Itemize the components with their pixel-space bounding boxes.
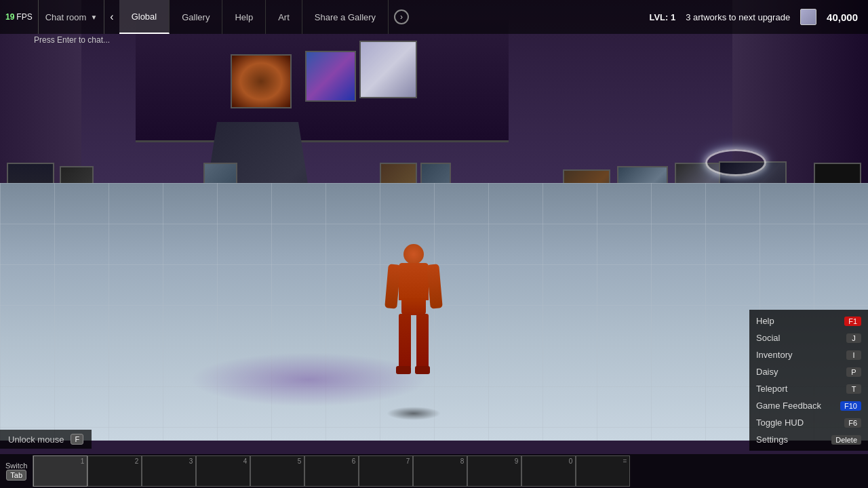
character-left-leg bbox=[399, 314, 411, 368]
character-torso bbox=[399, 263, 429, 300]
shortcut-key: F1 bbox=[844, 317, 861, 326]
shortcut-label: Settings bbox=[756, 434, 788, 445]
shortcut-key: Delete bbox=[831, 435, 861, 445]
shortcut-item-help[interactable]: HelpF1 bbox=[749, 312, 868, 329]
tab-global[interactable]: Global bbox=[119, 0, 170, 34]
shortcut-item-social[interactable]: SocialJ bbox=[749, 329, 868, 346]
shortcut-key: I bbox=[846, 350, 861, 360]
artwork bbox=[305, 51, 356, 102]
character-pelvis bbox=[401, 298, 426, 315]
shortcut-item-inventory[interactable]: InventoryI bbox=[749, 346, 868, 363]
shortcut-item-teleport[interactable]: TeleportT bbox=[749, 380, 868, 397]
character-shadow bbox=[387, 407, 441, 420]
shortcut-key: F6 bbox=[844, 418, 861, 428]
shortcut-item-toggle-hud[interactable]: Toggle HUDF6 bbox=[749, 414, 868, 431]
tab-help[interactable]: Help bbox=[222, 0, 266, 34]
shortcut-label: Game Feedback bbox=[756, 401, 821, 411]
artwork bbox=[359, 41, 417, 98]
chevron-down-icon: ▼ bbox=[90, 14, 97, 21]
character-left-foot bbox=[396, 366, 411, 374]
nav-forward-button[interactable]: › bbox=[389, 0, 414, 34]
shortcut-item-settings[interactable]: SettingsDelete bbox=[749, 431, 868, 448]
chat-room-label: Chat room bbox=[45, 12, 87, 22]
tab-art[interactable]: Art bbox=[266, 0, 302, 34]
chat-room-selector[interactable]: Chat room ▼ bbox=[38, 0, 105, 34]
shortcut-key: J bbox=[846, 333, 861, 343]
glow-ring bbox=[705, 149, 766, 176]
nav-back-button[interactable]: ‹ bbox=[104, 0, 119, 34]
shortcut-item-game-feedback[interactable]: Game FeedbackF10 bbox=[749, 397, 868, 414]
shortcut-label: Social bbox=[756, 333, 780, 343]
shortcut-label: Daisy bbox=[756, 367, 778, 377]
shortcut-key: F10 bbox=[840, 401, 861, 411]
player-character bbox=[380, 244, 448, 407]
forward-arrow-icon: › bbox=[394, 9, 409, 24]
tab-gallery[interactable]: Gallery bbox=[170, 0, 222, 34]
game-viewport bbox=[0, 0, 868, 488]
character-left-arm bbox=[384, 264, 401, 308]
nav-tabs: Global Gallery Help Art Share a Gallery bbox=[119, 0, 389, 34]
shortcut-key: T bbox=[846, 384, 861, 394]
back-arrow-icon: ‹ bbox=[110, 11, 113, 23]
tab-share-gallery[interactable]: Share a Gallery bbox=[302, 0, 389, 34]
character-right-leg bbox=[416, 314, 429, 368]
character-right-foot bbox=[415, 366, 430, 374]
character-head bbox=[403, 244, 424, 264]
shortcut-item-daisy[interactable]: DaisyP bbox=[749, 363, 868, 380]
gallery-scene bbox=[0, 0, 868, 488]
shortcut-label: Toggle HUD bbox=[756, 418, 804, 428]
shortcut-key: P bbox=[846, 367, 861, 377]
shortcut-label: Teleport bbox=[756, 384, 787, 394]
shortcut-label: Help bbox=[756, 316, 774, 326]
shortcut-label: Inventory bbox=[756, 350, 792, 360]
artwork bbox=[231, 54, 292, 108]
shortcut-panel: HelpF1SocialJInventoryIDaisyPTeleportTGa… bbox=[749, 310, 868, 451]
character-right-arm bbox=[427, 264, 443, 308]
